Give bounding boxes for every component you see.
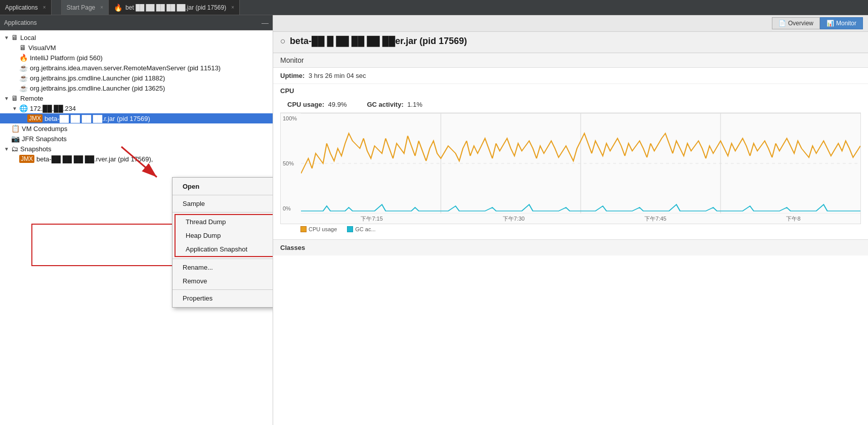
chart-legend: CPU usage GC ac... bbox=[280, 224, 861, 234]
label-snapshots: Snapshots bbox=[20, 145, 51, 153]
uptime-label: Uptime: bbox=[280, 72, 305, 79]
left-panel-header: Applications — bbox=[0, 15, 273, 30]
legend-cpu-usage: CPU usage bbox=[300, 226, 337, 232]
tree-item-intellij[interactable]: 🔥 IntelliJ Platform (pid 560) bbox=[0, 53, 273, 63]
tab-applications[interactable]: Applications × bbox=[0, 0, 52, 15]
tab-start-page-close[interactable]: × bbox=[100, 5, 103, 10]
app-header: ○ beta-██ █ ██ ██ ██ ██er.jar (pid 17569… bbox=[273, 32, 868, 53]
cpu-chart-svg bbox=[301, 113, 860, 214]
classes-title: Classes bbox=[280, 244, 861, 251]
y-label-100: 100% bbox=[283, 115, 299, 121]
label-jps1: org.jetbrains.jps.cmdline.Launcher (pid … bbox=[30, 74, 165, 82]
ctx-rename[interactable]: Rename... bbox=[172, 261, 273, 274]
chart-y-labels: 100% 50% 0% bbox=[281, 113, 301, 214]
jmx-jar-icon: JMX bbox=[27, 114, 42, 122]
cpu-metrics-row: CPU usage: 49.9% GC activity: 1.1% bbox=[280, 97, 861, 113]
visualvm-icon: 🖥 bbox=[19, 44, 26, 52]
intellij-icon: 🔥 bbox=[19, 54, 28, 62]
ctx-sep-1 bbox=[172, 195, 273, 195]
label-jfr: JFR Snapshots bbox=[22, 135, 67, 143]
view-buttons: 📄 Overview 📊 Monitor bbox=[273, 15, 868, 32]
tab-applications-close[interactable]: × bbox=[43, 5, 46, 10]
legend-cpu-color bbox=[300, 226, 307, 232]
x-label-1: 下午7:15 bbox=[361, 215, 382, 223]
legend-gc-color bbox=[347, 226, 353, 232]
ctx-dump-group: Thread Dump Heap Dump Application Snapsh… bbox=[175, 214, 273, 257]
uptime-section: Uptime: 3 hrs 26 min 04 sec bbox=[273, 68, 868, 84]
arrow-remote: ▼ bbox=[4, 96, 11, 101]
legend-gc-activity: GC ac... bbox=[347, 226, 375, 232]
jfr-icon: 📷 bbox=[11, 135, 20, 143]
overview-label: Overview bbox=[788, 20, 813, 27]
y-label-0: 0% bbox=[283, 205, 299, 211]
java-icon-1: ☕ bbox=[19, 64, 28, 72]
left-panel-title: Applications bbox=[4, 19, 37, 26]
legend-cpu-label: CPU usage bbox=[309, 226, 337, 232]
overview-button[interactable]: 📄 Overview bbox=[772, 17, 820, 29]
tree-item-beta-jar[interactable]: JMX beta-██ ██ ██ ██.r.jar (pid 17569) bbox=[0, 113, 273, 123]
tree-item-maven[interactable]: ☕ org.jetbrains.idea.maven.server.Remote… bbox=[0, 63, 273, 73]
main-tab-bar: Applications × Start Page × 🔥 bet ██ ██ … bbox=[0, 0, 868, 15]
classes-section: Classes bbox=[273, 239, 868, 256]
context-menu: Open Sample Thread Dump Heap Dump Applic… bbox=[172, 177, 273, 308]
tree-item-snapshots[interactable]: ▼ 🗂 Snapshots bbox=[0, 144, 273, 154]
cpu-usage-value: 49.9% bbox=[328, 101, 347, 108]
ctx-sample[interactable]: Sample bbox=[172, 197, 273, 210]
tab-applications-label: Applications bbox=[5, 4, 38, 11]
label-beta-jar: beta-██ ██ ██ ██.r.jar (pid 17569) bbox=[45, 115, 150, 122]
tab-jar-pid[interactable]: 🔥 bet ██ ██ ██ ██ ██.jar (pid 17569) × bbox=[109, 0, 240, 15]
cpu-chart-section: CPU CPU usage: 49.9% GC activity: 1.1% 1… bbox=[273, 84, 868, 239]
left-panel: Applications — ▼ 🖥 Local 🖥 VisualVM bbox=[0, 15, 273, 425]
network-icon: 🌐 bbox=[19, 104, 28, 112]
ctx-sep-4 bbox=[172, 289, 273, 290]
cpu-section-title: CPU bbox=[280, 84, 861, 97]
cpu-usage-label: CPU usage: bbox=[287, 101, 324, 108]
tab-start-page[interactable]: Start Page × bbox=[62, 0, 109, 15]
loading-spinner: ○ bbox=[280, 36, 286, 47]
remote-icon: 🖥 bbox=[11, 94, 18, 102]
tree-item-visualvm[interactable]: 🖥 VisualVM bbox=[0, 42, 273, 53]
ctx-heap-dump[interactable]: Heap Dump bbox=[176, 229, 273, 242]
tree-item-jps1[interactable]: ☕ org.jetbrains.jps.cmdline.Launcher (pi… bbox=[0, 73, 273, 83]
ctx-app-snapshot[interactable]: Application Snapshot bbox=[176, 242, 273, 256]
tree-item-snapshot-jar[interactable]: JMX beta-██ ██ ██ ██.rver.jar (pid 17569… bbox=[0, 154, 273, 164]
gc-activity-metric: GC activity: 1.1% bbox=[367, 101, 422, 108]
computer-icon: 🖥 bbox=[11, 33, 18, 41]
label-maven: org.jetbrains.idea.maven.server.RemoteMa… bbox=[30, 64, 221, 72]
monitor-section-title: Monitor bbox=[273, 53, 868, 68]
x-label-3: 下午7:45 bbox=[644, 215, 666, 223]
coredumps-icon: 📋 bbox=[11, 124, 20, 133]
ctx-thread-dump[interactable]: Thread Dump bbox=[176, 215, 273, 229]
tree-item-ip[interactable]: ▼ 🌐 172.██.██.234 bbox=[0, 103, 273, 113]
ctx-properties[interactable]: Properties bbox=[172, 291, 273, 305]
overview-icon: 📄 bbox=[778, 20, 786, 27]
monitor-button[interactable]: 📊 Monitor bbox=[820, 17, 863, 29]
tree-item-jfr[interactable]: 📷 JFR Snapshots bbox=[0, 134, 273, 144]
ctx-open[interactable]: Open bbox=[172, 180, 273, 193]
snapshot-jar-icon: JMX bbox=[19, 155, 34, 163]
monitor-icon: 📊 bbox=[827, 20, 834, 27]
right-content: ○ beta-██ █ ██ ██ ██ ██er.jar (pid 17569… bbox=[273, 32, 868, 425]
label-snapshot-jar: beta-██ ██ ██ ██.rver.jar (pid 17569), bbox=[36, 155, 153, 163]
tree-item-remote[interactable]: ▼ 🖥 Remote bbox=[0, 93, 273, 103]
tree-item-local[interactable]: ▼ 🖥 Local bbox=[0, 32, 273, 42]
tree-item-coredumps[interactable]: 📋 VM Coredumps bbox=[0, 123, 273, 134]
tree-item-jps2[interactable]: ☕ org.jetbrains.jps.cmdline.Launcher (pi… bbox=[0, 83, 273, 93]
snapshots-icon: 🗂 bbox=[11, 145, 18, 153]
java-icon-2: ☕ bbox=[19, 74, 28, 82]
label-visualvm: VisualVM bbox=[28, 44, 56, 52]
minimize-button[interactable]: — bbox=[262, 19, 269, 27]
label-ip: 172.██.██.234 bbox=[30, 105, 76, 112]
tab-jar-close[interactable]: × bbox=[231, 5, 234, 10]
monitor-label: Monitor bbox=[836, 20, 856, 27]
app-title-row: ○ beta-██ █ ██ ██ ██ ██er.jar (pid 17569… bbox=[280, 36, 861, 47]
tab-jar-label: bet ██ ██ ██ ██ ██.jar (pid 17569) bbox=[125, 4, 226, 11]
arrow-local: ▼ bbox=[4, 35, 11, 40]
arrow-ip: ▼ bbox=[12, 106, 19, 111]
gc-activity-value: 1.1% bbox=[407, 101, 422, 108]
label-local: Local bbox=[20, 34, 36, 41]
legend-gc-label: GC ac... bbox=[355, 226, 375, 232]
panel-separator bbox=[52, 0, 62, 15]
cpu-usage-metric: CPU usage: 49.9% bbox=[287, 101, 346, 108]
ctx-remove[interactable]: Remove bbox=[172, 274, 273, 288]
